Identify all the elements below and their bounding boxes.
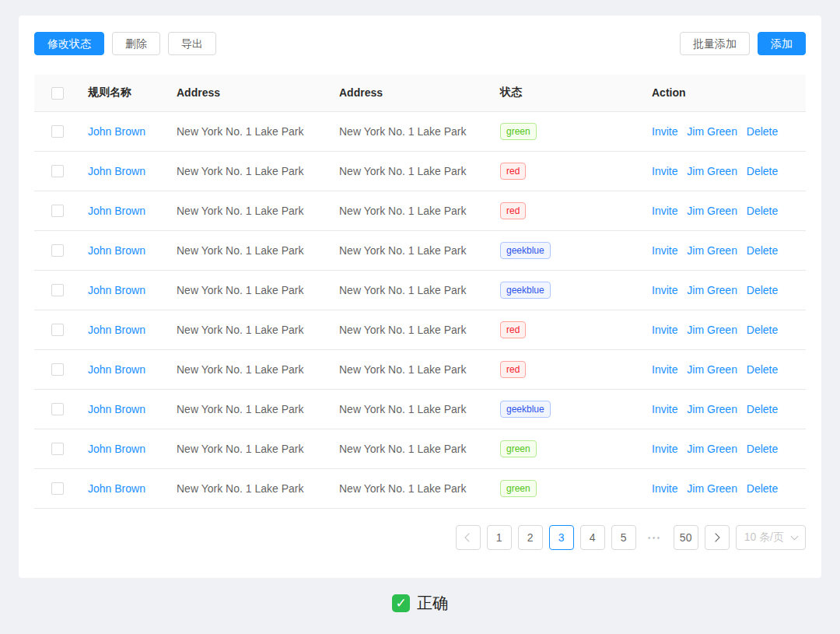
- address-cell-2: New York No. 1 Lake Park: [327, 468, 488, 508]
- address-cell-1: New York No. 1 Lake Park: [164, 389, 327, 429]
- address-cell-1: New York No. 1 Lake Park: [164, 270, 327, 310]
- address-cell-1: New York No. 1 Lake Park: [164, 191, 327, 230]
- pagination-page-5[interactable]: 5: [611, 525, 636, 550]
- delete-link[interactable]: Delete: [747, 324, 778, 336]
- invite-link[interactable]: Invite: [652, 125, 677, 138]
- delete-link[interactable]: Delete: [747, 205, 778, 217]
- table-header-row: 规则名称 Address Address 状态 Action: [34, 75, 806, 111]
- status-tag: red: [500, 163, 526, 180]
- user-link[interactable]: Jim Green: [687, 363, 737, 376]
- delete-link[interactable]: Delete: [747, 284, 778, 296]
- delete-link[interactable]: Delete: [747, 443, 778, 455]
- status-tag: geekblue: [500, 401, 551, 418]
- invite-link[interactable]: Invite: [652, 205, 677, 217]
- address-cell-2: New York No. 1 Lake Park: [327, 389, 488, 429]
- row-checkbox[interactable]: [51, 403, 64, 415]
- delete-button[interactable]: 删除: [112, 32, 160, 55]
- status-tag: red: [500, 321, 526, 338]
- invite-link[interactable]: Invite: [652, 244, 677, 257]
- rule-name-link[interactable]: John Brown: [88, 482, 145, 495]
- table-row: John Brown New York No. 1 Lake Park New …: [34, 468, 806, 508]
- delete-link[interactable]: Delete: [747, 165, 778, 177]
- invite-link[interactable]: Invite: [652, 324, 677, 336]
- status-tag: green: [500, 480, 537, 497]
- row-checkbox[interactable]: [51, 443, 64, 455]
- address-cell-2: New York No. 1 Lake Park: [327, 429, 488, 468]
- status-tag: geekblue: [500, 282, 551, 299]
- user-link[interactable]: Jim Green: [687, 165, 737, 177]
- rule-name-link[interactable]: John Brown: [88, 165, 145, 177]
- address-cell-1: New York No. 1 Lake Park: [164, 429, 327, 468]
- pagination-page-50[interactable]: 50: [674, 525, 698, 550]
- pagination-next-button[interactable]: [705, 525, 730, 550]
- pagination-ellipsis: •••: [642, 525, 667, 550]
- address-cell-2: New York No. 1 Lake Park: [327, 111, 488, 151]
- rule-name-link[interactable]: John Brown: [88, 403, 145, 415]
- address-cell-1: New York No. 1 Lake Park: [164, 310, 327, 349]
- change-status-button[interactable]: 修改状态: [34, 32, 104, 55]
- rule-name-link[interactable]: John Brown: [88, 125, 145, 138]
- row-checkbox[interactable]: [51, 165, 64, 177]
- add-button[interactable]: 添加: [758, 32, 806, 55]
- chevron-left-icon: [464, 533, 473, 541]
- table-row: John Brown New York No. 1 Lake Park New …: [34, 151, 806, 191]
- table-body: John Brown New York No. 1 Lake Park New …: [34, 111, 806, 508]
- user-link[interactable]: Jim Green: [687, 205, 737, 217]
- rule-name-link[interactable]: John Brown: [88, 443, 145, 455]
- delete-link[interactable]: Delete: [747, 125, 778, 138]
- user-link[interactable]: Jim Green: [687, 244, 737, 257]
- row-checkbox[interactable]: [51, 244, 64, 257]
- delete-link[interactable]: Delete: [747, 244, 778, 257]
- row-checkbox[interactable]: [51, 482, 64, 495]
- row-checkbox[interactable]: [51, 363, 64, 376]
- rule-name-link[interactable]: John Brown: [88, 363, 145, 376]
- rule-name-link[interactable]: John Brown: [88, 244, 145, 257]
- row-checkbox[interactable]: [51, 324, 64, 336]
- invite-link[interactable]: Invite: [652, 363, 677, 376]
- row-checkbox[interactable]: [51, 205, 64, 217]
- table-row: John Brown New York No. 1 Lake Park New …: [34, 349, 806, 389]
- user-link[interactable]: Jim Green: [687, 324, 737, 336]
- pagination-page-4[interactable]: 4: [580, 525, 605, 550]
- delete-link[interactable]: Delete: [747, 403, 778, 415]
- pagination-page-1[interactable]: 1: [487, 525, 512, 550]
- user-link[interactable]: Jim Green: [687, 284, 737, 296]
- batch-add-button[interactable]: 批量添加: [680, 32, 750, 55]
- user-link[interactable]: Jim Green: [687, 403, 737, 415]
- table-row: John Brown New York No. 1 Lake Park New …: [34, 389, 806, 429]
- rule-name-link[interactable]: John Brown: [88, 205, 145, 217]
- address-cell-1: New York No. 1 Lake Park: [164, 468, 327, 508]
- column-header-status: 状态: [488, 75, 639, 111]
- select-all-checkbox[interactable]: [51, 87, 64, 100]
- user-link[interactable]: Jim Green: [687, 443, 737, 455]
- export-button[interactable]: 导出: [168, 32, 216, 55]
- address-cell-2: New York No. 1 Lake Park: [327, 310, 488, 349]
- page-size-select[interactable]: 10 条/页: [736, 525, 806, 550]
- address-cell-2: New York No. 1 Lake Park: [327, 349, 488, 389]
- row-checkbox[interactable]: [51, 125, 64, 138]
- status-tag: red: [500, 202, 526, 219]
- delete-link[interactable]: Delete: [747, 482, 778, 495]
- user-link[interactable]: Jim Green: [687, 482, 737, 495]
- rule-name-link[interactable]: John Brown: [88, 284, 145, 296]
- table-row: John Brown New York No. 1 Lake Park New …: [34, 191, 806, 230]
- toolbar: 修改状态 删除 导出 批量添加 添加: [34, 32, 806, 55]
- pagination-prev-button[interactable]: [456, 525, 481, 550]
- status-tag: red: [500, 361, 526, 378]
- delete-link[interactable]: Delete: [747, 363, 778, 376]
- address-cell-1: New York No. 1 Lake Park: [164, 111, 327, 151]
- pagination-page-2[interactable]: 2: [518, 525, 543, 550]
- invite-link[interactable]: Invite: [652, 482, 677, 495]
- invite-link[interactable]: Invite: [652, 165, 677, 177]
- invite-link[interactable]: Invite: [652, 284, 677, 296]
- rule-name-link[interactable]: John Brown: [88, 324, 145, 336]
- invite-link[interactable]: Invite: [652, 443, 677, 455]
- row-checkbox[interactable]: [51, 284, 64, 296]
- verdict-label: 正确: [417, 593, 448, 614]
- invite-link[interactable]: Invite: [652, 403, 677, 415]
- rules-table: 规则名称 Address Address 状态 Action John Brow…: [34, 75, 806, 509]
- table-row: John Brown New York No. 1 Lake Park New …: [34, 429, 806, 468]
- pagination-page-3[interactable]: 3: [549, 525, 574, 550]
- check-mark-icon: ✓: [392, 594, 410, 612]
- user-link[interactable]: Jim Green: [687, 125, 737, 138]
